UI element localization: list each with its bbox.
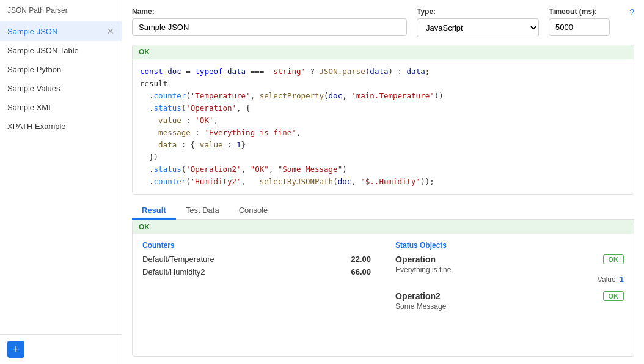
counter-value: 22.00 <box>351 254 371 264</box>
status-obj-name: Operation <box>395 254 436 264</box>
result-ok-bar: OK <box>133 220 634 234</box>
counter-row: Default/Temperature22.00 <box>142 254 371 264</box>
counters-title: Counters <box>142 241 371 250</box>
tab-test-data[interactable]: Test Data <box>176 202 229 220</box>
sidebar-item-label: Sample Values <box>7 84 60 93</box>
status-obj-name: Operation2 <box>395 291 441 301</box>
status-objects-list: Operation OK Everything is fineValue: 1 … <box>395 254 624 311</box>
tabs: ResultTest DataConsole <box>132 202 634 220</box>
status-obj-header: Operation2 OK <box>395 291 624 301</box>
sidebar-item-label: XPATH Example <box>7 122 66 131</box>
type-select[interactable]: JavaScriptPythonJSONPath <box>417 18 539 37</box>
counter-value: 66.00 <box>351 267 371 277</box>
timeout-field-group: Timeout (ms): <box>549 7 610 36</box>
result-body: Counters Default/Temperature22.00Default… <box>133 234 634 325</box>
counter-name: Default/Humidity2 <box>142 267 205 277</box>
result-section: OK Counters Default/Temperature22.00Defa… <box>132 220 634 357</box>
sidebar-item-label: Sample Python <box>7 65 61 74</box>
name-input[interactable] <box>132 18 407 36</box>
tab-result[interactable]: Result <box>132 202 176 220</box>
sidebar-item-sample-json-table[interactable]: Sample JSON Table <box>0 41 122 60</box>
status-data-value: 1 <box>620 275 624 284</box>
sidebar-items-container: Sample JSON✕Sample JSON TableSample Pyth… <box>0 21 122 136</box>
counters-list: Default/Temperature22.00Default/Humidity… <box>142 254 371 277</box>
type-label: Type: <box>417 7 539 16</box>
sidebar-item-label: Sample XML <box>7 103 53 112</box>
sidebar-item-sample-values[interactable]: Sample Values <box>0 79 122 98</box>
help-icon[interactable]: ? <box>629 7 634 17</box>
type-field-group: Type: JavaScriptPythonJSONPath <box>417 7 539 37</box>
sidebar-item-sample-json[interactable]: Sample JSON✕ <box>0 21 122 41</box>
status-object: Operation OK Everything is fineValue: 1 <box>395 254 624 284</box>
sidebar-item-label: Sample JSON <box>7 27 57 36</box>
top-bar: Name: Type: JavaScriptPythonJSONPath Tim… <box>132 7 634 37</box>
counters-column: Counters Default/Temperature22.00Default… <box>142 241 371 318</box>
status-objects-column: Status Objects Operation OK Everything i… <box>395 241 624 318</box>
status-badge: OK <box>603 291 624 301</box>
tab-console[interactable]: Console <box>229 202 278 220</box>
name-label: Name: <box>132 7 407 16</box>
delete-icon[interactable]: ✕ <box>107 26 114 36</box>
sidebar-item-sample-xml[interactable]: Sample XML <box>0 98 122 117</box>
status-message: Some Message <box>395 302 624 311</box>
sidebar-header: JSON Path Parser <box>0 0 122 21</box>
counter-name: Default/Temperature <box>142 254 214 264</box>
tabs-and-result: ResultTest DataConsole OK Counters Defau… <box>132 202 634 357</box>
name-field-group: Name: <box>132 7 407 36</box>
add-item-button[interactable]: + <box>7 341 24 358</box>
timeout-label: Timeout (ms): <box>549 7 610 16</box>
code-editor[interactable]: const doc = typeof data === 'string' ? J… <box>133 59 634 194</box>
sidebar-item-xpath-example[interactable]: XPATH Example <box>0 117 122 136</box>
code-section: OK const doc = typeof data === 'string' … <box>132 45 634 195</box>
sidebar-item-label: Sample JSON Table <box>7 46 79 55</box>
timeout-input[interactable] <box>549 18 610 36</box>
sidebar-item-sample-python[interactable]: Sample Python <box>0 60 122 79</box>
status-badge: OK <box>603 254 624 264</box>
status-obj-header: Operation OK <box>395 254 624 264</box>
status-data: Value: 1 <box>395 275 624 284</box>
sidebar: JSON Path Parser Sample JSON✕Sample JSON… <box>0 0 122 364</box>
status-objects-title: Status Objects <box>395 241 624 250</box>
code-status-bar: OK <box>133 45 634 59</box>
main-content: Name: Type: JavaScriptPythonJSONPath Tim… <box>122 0 644 364</box>
status-message: Everything is fine <box>395 266 624 274</box>
status-object: Operation2 OK Some Message <box>395 291 624 311</box>
counter-row: Default/Humidity266.00 <box>142 267 371 277</box>
sidebar-footer: + <box>0 334 122 364</box>
